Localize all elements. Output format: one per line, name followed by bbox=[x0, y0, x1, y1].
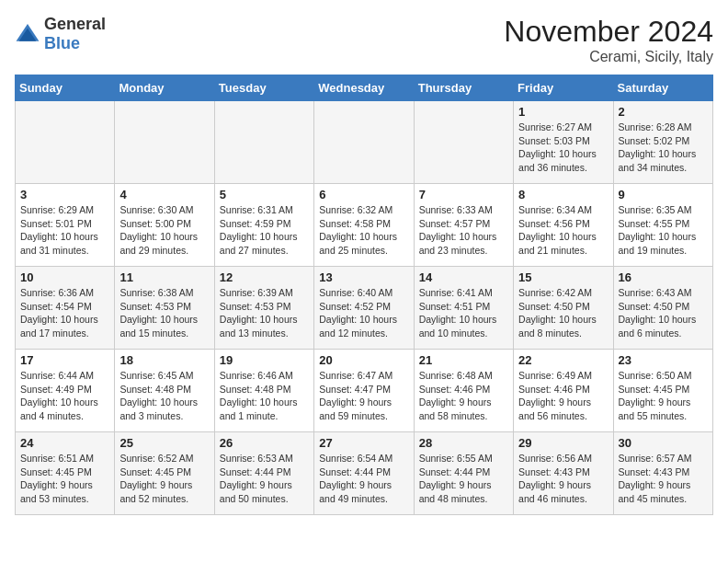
calendar-cell: 25Sunrise: 6:52 AM Sunset: 4:45 PM Dayli… bbox=[115, 432, 214, 515]
day-number: 26 bbox=[220, 436, 309, 450]
day-number: 11 bbox=[119, 270, 209, 284]
calendar-cell bbox=[115, 101, 214, 184]
day-info: Sunrise: 6:54 AM Sunset: 4:44 PM Dayligh… bbox=[319, 452, 408, 506]
calendar-week-row: 24Sunrise: 6:51 AM Sunset: 4:45 PM Dayli… bbox=[16, 432, 713, 515]
day-info: Sunrise: 6:43 AM Sunset: 4:50 PM Dayligh… bbox=[619, 286, 708, 340]
logo: General Blue bbox=[15, 15, 106, 53]
calendar-cell bbox=[214, 101, 313, 184]
calendar-cell: 20Sunrise: 6:47 AM Sunset: 4:47 PM Dayli… bbox=[314, 350, 414, 432]
day-info: Sunrise: 6:57 AM Sunset: 4:43 PM Dayligh… bbox=[619, 452, 708, 506]
day-info: Sunrise: 6:55 AM Sunset: 4:44 PM Dayligh… bbox=[419, 452, 508, 506]
day-number: 17 bbox=[20, 353, 109, 367]
day-number: 30 bbox=[619, 436, 708, 450]
calendar-week-row: 1Sunrise: 6:27 AM Sunset: 5:03 PM Daylig… bbox=[16, 101, 713, 184]
weekday-header: Sunday bbox=[16, 75, 115, 101]
day-number: 6 bbox=[319, 188, 408, 201]
calendar-cell: 19Sunrise: 6:46 AM Sunset: 4:48 PM Dayli… bbox=[214, 350, 313, 432]
day-number: 27 bbox=[319, 436, 408, 450]
calendar-cell: 10Sunrise: 6:36 AM Sunset: 4:54 PM Dayli… bbox=[16, 267, 115, 350]
calendar-week-row: 10Sunrise: 6:36 AM Sunset: 4:54 PM Dayli… bbox=[16, 267, 713, 350]
month-title: November 2024 bbox=[504, 15, 713, 49]
calendar-table: SundayMondayTuesdayWednesdayThursdayFrid… bbox=[15, 75, 713, 515]
day-number: 15 bbox=[518, 270, 608, 284]
calendar-cell: 27Sunrise: 6:54 AM Sunset: 4:44 PM Dayli… bbox=[314, 432, 414, 515]
day-number: 14 bbox=[419, 270, 508, 284]
location-subtitle: Cerami, Sicily, Italy bbox=[504, 49, 713, 65]
day-info: Sunrise: 6:53 AM Sunset: 4:44 PM Dayligh… bbox=[220, 452, 309, 506]
day-number: 3 bbox=[20, 188, 109, 201]
day-info: Sunrise: 6:32 AM Sunset: 4:58 PM Dayligh… bbox=[319, 203, 408, 258]
calendar-cell: 12Sunrise: 6:39 AM Sunset: 4:53 PM Dayli… bbox=[214, 267, 313, 350]
weekday-header: Saturday bbox=[613, 75, 712, 101]
day-number: 28 bbox=[419, 436, 508, 450]
day-info: Sunrise: 6:33 AM Sunset: 4:57 PM Dayligh… bbox=[419, 203, 508, 258]
calendar-week-row: 17Sunrise: 6:44 AM Sunset: 4:49 PM Dayli… bbox=[16, 350, 713, 432]
day-info: Sunrise: 6:56 AM Sunset: 4:43 PM Dayligh… bbox=[518, 452, 608, 506]
logo-general: General bbox=[44, 15, 106, 33]
day-info: Sunrise: 6:45 AM Sunset: 4:48 PM Dayligh… bbox=[119, 369, 209, 423]
day-number: 13 bbox=[319, 270, 408, 284]
day-info: Sunrise: 6:44 AM Sunset: 4:49 PM Dayligh… bbox=[20, 369, 109, 423]
calendar-cell: 9Sunrise: 6:35 AM Sunset: 4:55 PM Daylig… bbox=[613, 184, 712, 267]
day-number: 10 bbox=[20, 270, 109, 284]
calendar-cell: 7Sunrise: 6:33 AM Sunset: 4:57 PM Daylig… bbox=[414, 184, 513, 267]
day-number: 9 bbox=[619, 188, 708, 201]
day-info: Sunrise: 6:35 AM Sunset: 4:55 PM Dayligh… bbox=[619, 203, 708, 258]
weekday-header: Monday bbox=[115, 75, 214, 101]
day-info: Sunrise: 6:51 AM Sunset: 4:45 PM Dayligh… bbox=[20, 452, 109, 506]
weekday-header: Friday bbox=[514, 75, 613, 101]
calendar-cell: 11Sunrise: 6:38 AM Sunset: 4:53 PM Dayli… bbox=[115, 267, 214, 350]
calendar-cell: 24Sunrise: 6:51 AM Sunset: 4:45 PM Dayli… bbox=[16, 432, 115, 515]
day-info: Sunrise: 6:31 AM Sunset: 4:59 PM Dayligh… bbox=[220, 203, 309, 258]
day-number: 7 bbox=[419, 188, 508, 201]
day-number: 21 bbox=[419, 353, 508, 367]
calendar-cell: 28Sunrise: 6:55 AM Sunset: 4:44 PM Dayli… bbox=[414, 432, 513, 515]
day-number: 5 bbox=[220, 188, 309, 201]
day-info: Sunrise: 6:46 AM Sunset: 4:48 PM Dayligh… bbox=[220, 369, 309, 423]
day-number: 16 bbox=[619, 270, 708, 284]
calendar-cell: 8Sunrise: 6:34 AM Sunset: 4:56 PM Daylig… bbox=[514, 184, 613, 267]
day-info: Sunrise: 6:49 AM Sunset: 4:46 PM Dayligh… bbox=[518, 369, 608, 423]
calendar-cell: 2Sunrise: 6:28 AM Sunset: 5:02 PM Daylig… bbox=[613, 101, 712, 184]
day-info: Sunrise: 6:30 AM Sunset: 5:00 PM Dayligh… bbox=[119, 203, 209, 258]
weekday-header: Thursday bbox=[414, 75, 513, 101]
day-number: 23 bbox=[619, 353, 708, 367]
day-number: 22 bbox=[518, 353, 608, 367]
calendar-cell: 16Sunrise: 6:43 AM Sunset: 4:50 PM Dayli… bbox=[613, 267, 712, 350]
day-info: Sunrise: 6:36 AM Sunset: 4:54 PM Dayligh… bbox=[20, 286, 109, 340]
calendar-week-row: 3Sunrise: 6:29 AM Sunset: 5:01 PM Daylig… bbox=[16, 184, 713, 267]
calendar-cell: 26Sunrise: 6:53 AM Sunset: 4:44 PM Dayli… bbox=[214, 432, 313, 515]
day-number: 4 bbox=[119, 188, 209, 201]
logo-icon bbox=[15, 21, 40, 47]
calendar-cell: 21Sunrise: 6:48 AM Sunset: 4:46 PM Dayli… bbox=[414, 350, 513, 432]
day-number: 24 bbox=[20, 436, 109, 450]
day-info: Sunrise: 6:48 AM Sunset: 4:46 PM Dayligh… bbox=[419, 369, 508, 423]
calendar-cell: 3Sunrise: 6:29 AM Sunset: 5:01 PM Daylig… bbox=[16, 184, 115, 267]
calendar-cell: 14Sunrise: 6:41 AM Sunset: 4:51 PM Dayli… bbox=[414, 267, 513, 350]
calendar-cell: 5Sunrise: 6:31 AM Sunset: 4:59 PM Daylig… bbox=[214, 184, 313, 267]
weekday-header: Wednesday bbox=[314, 75, 414, 101]
day-info: Sunrise: 6:28 AM Sunset: 5:02 PM Dayligh… bbox=[619, 121, 708, 175]
calendar-cell: 30Sunrise: 6:57 AM Sunset: 4:43 PM Dayli… bbox=[613, 432, 712, 515]
weekday-header-row: SundayMondayTuesdayWednesdayThursdayFrid… bbox=[16, 75, 713, 101]
day-number: 8 bbox=[518, 188, 608, 201]
day-number: 20 bbox=[319, 353, 408, 367]
weekday-header: Tuesday bbox=[214, 75, 313, 101]
day-info: Sunrise: 6:29 AM Sunset: 5:01 PM Dayligh… bbox=[20, 203, 109, 258]
calendar-cell: 13Sunrise: 6:40 AM Sunset: 4:52 PM Dayli… bbox=[314, 267, 414, 350]
calendar-cell: 23Sunrise: 6:50 AM Sunset: 4:45 PM Dayli… bbox=[613, 350, 712, 432]
day-number: 18 bbox=[119, 353, 209, 367]
logo-text: General Blue bbox=[44, 15, 106, 53]
day-number: 12 bbox=[220, 270, 309, 284]
calendar-cell: 17Sunrise: 6:44 AM Sunset: 4:49 PM Dayli… bbox=[16, 350, 115, 432]
day-info: Sunrise: 6:40 AM Sunset: 4:52 PM Dayligh… bbox=[319, 286, 408, 340]
page-header: General Blue November 2024 Cerami, Sicil… bbox=[15, 15, 713, 65]
calendar-cell bbox=[16, 101, 115, 184]
day-info: Sunrise: 6:34 AM Sunset: 4:56 PM Dayligh… bbox=[518, 203, 608, 258]
logo-blue: Blue bbox=[44, 34, 80, 52]
day-info: Sunrise: 6:50 AM Sunset: 4:45 PM Dayligh… bbox=[619, 369, 708, 423]
day-info: Sunrise: 6:42 AM Sunset: 4:50 PM Dayligh… bbox=[518, 286, 608, 340]
calendar-cell bbox=[314, 101, 414, 184]
day-info: Sunrise: 6:38 AM Sunset: 4:53 PM Dayligh… bbox=[119, 286, 209, 340]
day-number: 2 bbox=[619, 105, 708, 119]
